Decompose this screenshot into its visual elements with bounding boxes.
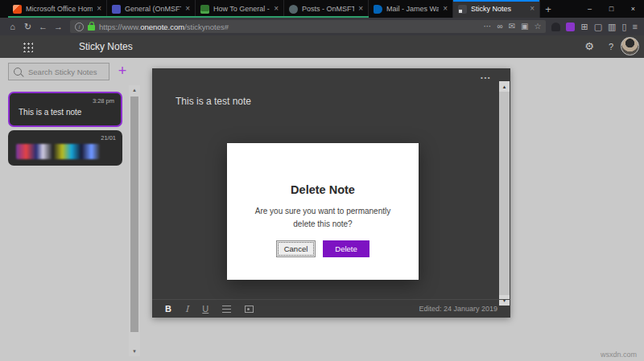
tab-close-icon[interactable]: ×: [97, 5, 101, 13]
teams-favicon: [112, 5, 121, 14]
menu-icon[interactable]: ≡: [633, 23, 638, 31]
note-image-thumbnail: [16, 144, 100, 159]
minimize-button[interactable]: –: [579, 0, 601, 18]
url-text: https://www.onenote.com/stickynotes#: [99, 23, 480, 31]
tab-close-icon[interactable]: ×: [185, 5, 190, 13]
app-launcher-icon[interactable]: [23, 42, 33, 52]
search-input[interactable]: [27, 67, 104, 77]
outlook-favicon: [374, 5, 382, 14]
tab-close-icon[interactable]: ×: [443, 5, 448, 13]
search-icon: [14, 68, 22, 76]
delete-note-dialog: Delete Note Are you sure you want to per…: [227, 143, 419, 280]
tab-close-icon[interactable]: ×: [274, 5, 279, 13]
browser-toolbar: ⌂ ↻ ← → i https://www.onenote.com/sticky…: [0, 18, 644, 35]
tab-sticky-notes[interactable]: Sticky Notes ×: [453, 0, 540, 18]
address-bar[interactable]: i https://www.onenote.com/stickynotes# ⋯…: [70, 20, 546, 33]
office-favicon: [13, 5, 22, 14]
tab-label: Posts - OnMSFT.com — W: [302, 5, 354, 13]
tab-close-icon[interactable]: ×: [530, 5, 535, 13]
ghostery-extension-icon[interactable]: [551, 23, 560, 31]
dialog-message: Are you sure you want to permanently del…: [227, 205, 419, 230]
sticky-notes-favicon: [458, 5, 467, 14]
cancel-button[interactable]: Cancel: [276, 240, 316, 257]
website-favicon: [289, 5, 298, 14]
planner-favicon: [200, 5, 209, 14]
tab-label: Sticky Notes: [471, 5, 526, 13]
dialog-title: Delete Note: [227, 143, 419, 196]
note-timestamp: 3:28 pm: [93, 97, 114, 105]
scroll-up-icon[interactable]: ▴: [129, 85, 140, 95]
page-title: Sticky Notes: [79, 41, 133, 52]
add-note-button[interactable]: +: [114, 63, 130, 80]
scrollbar-thumb[interactable]: [130, 96, 138, 332]
note-timestamp: 21/01: [101, 134, 116, 142]
home-icon[interactable]: ⌂: [5, 22, 20, 31]
note-list-item[interactable]: 21/01: [8, 130, 122, 166]
sidebar-scrollbar[interactable]: ▴ ▾: [129, 85, 140, 356]
email-link-icon[interactable]: ✉: [509, 23, 515, 31]
scroll-down-icon[interactable]: ▾: [129, 347, 140, 356]
reload-icon[interactable]: ↻: [20, 22, 35, 32]
help-icon[interactable]: ?: [609, 42, 613, 51]
sidebar-toggle-icon[interactable]: ▯: [622, 23, 627, 31]
tab-label: How To General - Plann: [213, 5, 270, 13]
watermark-text: wsxdn.com: [601, 351, 637, 359]
back-icon[interactable]: ←: [35, 22, 51, 31]
tab-label: Mail - James Walker - O: [386, 5, 439, 13]
copy-link-icon[interactable]: ∞: [497, 23, 503, 31]
editor-scrollbar[interactable]: ▴ ▾: [499, 81, 510, 306]
screenshot-icon[interactable]: ▣: [521, 23, 528, 31]
dialog-buttons: Cancel Delete: [227, 240, 419, 257]
secure-lock-icon[interactable]: [88, 25, 95, 31]
maximize-button[interactable]: □: [601, 0, 622, 18]
tab-general-onmsft-team[interactable]: General (OnMSFT Team ×: [107, 0, 196, 18]
browser-window: Microsoft Office Home × General (OnMSFT …: [0, 0, 644, 361]
user-avatar[interactable]: [621, 37, 639, 55]
italic-button[interactable]: I: [185, 304, 188, 314]
forward-icon[interactable]: →: [51, 22, 66, 31]
tab-mail-james-walker[interactable]: Mail - James Walker - O ×: [369, 0, 453, 18]
tab-microsoft-office-home[interactable]: Microsoft Office Home ×: [8, 0, 107, 18]
insert-image-icon[interactable]: [245, 306, 254, 313]
close-button[interactable]: ×: [622, 0, 644, 18]
onenote-clipper-extension-icon[interactable]: [566, 23, 575, 31]
library-icon[interactable]: ▥: [608, 23, 616, 31]
bookmark-star-icon[interactable]: ☆: [535, 23, 542, 31]
underline-button[interactable]: U: [202, 304, 208, 314]
delete-button[interactable]: Delete: [323, 240, 369, 257]
page-actions: ⋯ ∞ ✉ ▣ ☆: [484, 23, 542, 31]
tab-close-icon[interactable]: ×: [358, 5, 363, 13]
edited-timestamp: Edited: 24 January 2019: [419, 305, 497, 313]
scroll-up-icon[interactable]: ▴: [499, 81, 510, 92]
site-info-icon[interactable]: i: [75, 23, 84, 31]
screenshots-tool-icon[interactable]: ▢: [594, 23, 602, 31]
window-controls: – □ ×: [579, 0, 644, 18]
settings-gear-icon[interactable]: ⚙: [584, 41, 594, 52]
app-header: Sticky Notes ⚙ ?: [0, 35, 644, 58]
note-more-menu-icon[interactable]: •••: [481, 74, 491, 81]
note-preview-text: This is a test note: [19, 108, 81, 117]
tab-label: General (OnMSFT Team: [125, 5, 181, 13]
bullet-list-icon[interactable]: [222, 306, 231, 313]
formatting-toolbar: B I U Edited: 24 January 2019: [152, 299, 510, 318]
page-actions-icon[interactable]: ⋯: [484, 23, 492, 31]
tab-how-to-general-planner[interactable]: How To General - Plann ×: [196, 0, 284, 18]
tab-strip: Microsoft Office Home × General (OnMSFT …: [0, 0, 644, 18]
note-list-item-selected[interactable]: 3:28 pm This is a test note: [8, 92, 122, 127]
tab-posts-onmsft[interactable]: Posts - OnMSFT.com — W ×: [284, 0, 369, 18]
bold-button[interactable]: B: [165, 304, 171, 314]
search-box[interactable]: [8, 63, 109, 80]
note-body-text: This is a test note: [175, 96, 251, 107]
extensions-icon[interactable]: ⊞: [580, 23, 588, 31]
tab-label: Microsoft Office Home: [26, 5, 93, 13]
new-tab-button[interactable]: +: [540, 0, 556, 18]
extension-toolbar: ⊞ ▢ ▥ ▯ ≡: [550, 23, 639, 31]
